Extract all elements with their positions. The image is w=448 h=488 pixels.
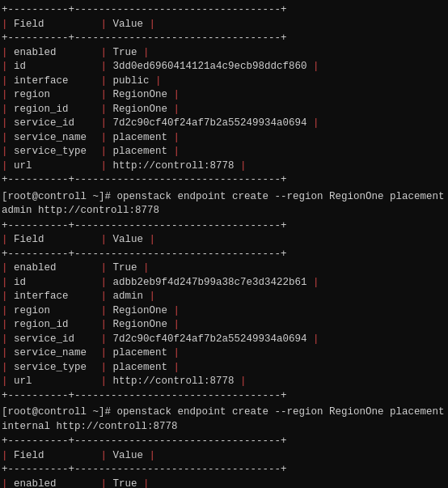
table-top-border-3: +----------+----------------------------… [2,435,446,449]
table-row: | region | RegionOne | [2,88,446,103]
table-header-3: | Field | Value | [2,449,446,464]
table-mid-border-2: +----------+----------------------------… [2,248,446,262]
command-line-2: [root@controll ~]# openstack endpoint cr… [2,189,446,219]
table-row: | service_type | placement | [2,361,446,376]
col-value-label: Value [113,18,144,32]
table-top-border-1: +----------+----------------------------… [2,3,446,18]
table-header-1: | Field | Value | [2,18,446,32]
table-row: | url | http://controll:8778 | [2,375,446,389]
table-row: | region | RegionOne | [2,304,446,319]
command-line-3: [root@controll ~]# openstack endpoint cr… [2,405,446,435]
table-row: | region_id | RegionOne | [2,103,446,117]
table-mid-border-3: +----------+----------------------------… [2,463,446,477]
sep: | [95,18,113,32]
table-section-3: +----------+----------------------------… [2,435,446,488]
table-row: | id | adbb2eb9f4d247b99a38c7e3d3422b61 … [2,276,446,291]
table-row: | enabled | True | [2,261,446,276]
table-row: | region_id | RegionOne | [2,318,446,333]
col-field-label: Field [14,18,95,32]
table-row: | service_type | placement | [2,145,446,159]
sep: | [2,18,14,32]
table-row: | service_name | placement | [2,346,446,361]
table-row: | enabled | True | [2,477,446,489]
table-row: | enabled | True | [2,46,446,61]
table-row: | interface | admin | [2,290,446,304]
table-row: | service_name | placement | [2,131,446,146]
table-row: | interface | public | [2,74,446,89]
terminal: +----------+----------------------------… [0,0,448,488]
table-row: | service_id | 7d2c90cf40f24af7b2a552499… [2,117,446,131]
table-section-1: +----------+----------------------------… [2,3,446,188]
sep: | [143,18,155,32]
table-mid-border-1: +----------+----------------------------… [2,32,446,46]
table-bot-border-2: +----------+----------------------------… [2,389,446,404]
table-header-2: | Field | Value | [2,233,446,248]
table-row: | service_id | 7d2c90cf40f24af7b2a552499… [2,333,446,347]
table-row: | id | 3dd0ed6960414121a4c9ecb98ddcf860 … [2,60,446,74]
table-bot-border-1: +----------+----------------------------… [2,173,446,188]
table-top-border-2: +----------+----------------------------… [2,219,446,234]
table-row: | url | http://controll:8778 | [2,159,446,174]
table-section-2: +----------+----------------------------… [2,219,446,404]
